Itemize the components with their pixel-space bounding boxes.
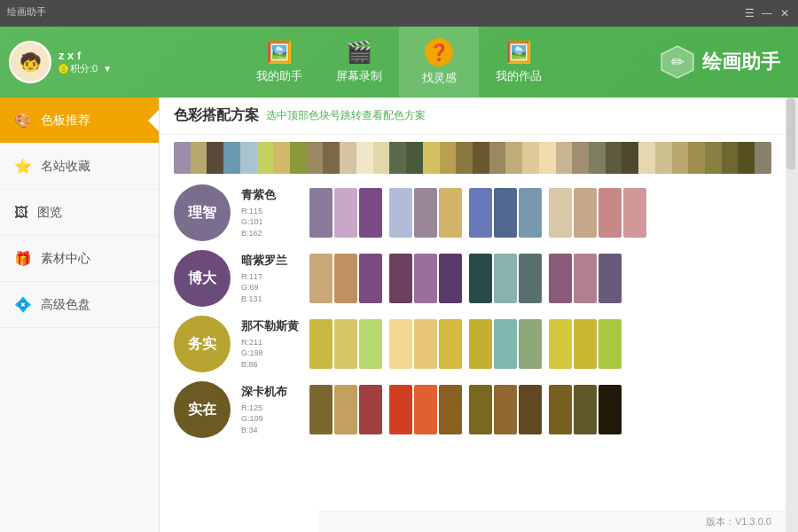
scrollbar-thumb[interactable]	[786, 98, 795, 169]
color-swatch[interactable]	[598, 254, 622, 303]
strip-color-swatch[interactable]	[589, 142, 606, 174]
strip-color-swatch[interactable]	[191, 142, 207, 174]
strip-color-swatch[interactable]	[290, 142, 307, 174]
color-swatch[interactable]	[389, 385, 412, 434]
color-swatch[interactable]	[574, 188, 597, 238]
sidebar-item-advanced-palette[interactable]: 💠 高级色盘	[0, 282, 159, 328]
strip-color-swatch[interactable]	[539, 142, 556, 174]
strip-color-swatch[interactable]	[522, 142, 539, 174]
color-swatch[interactable]	[494, 385, 517, 434]
color-swatch[interactable]	[574, 319, 597, 369]
color-swatch[interactable]	[439, 319, 462, 369]
strip-color-swatch[interactable]	[273, 142, 290, 174]
color-swatch[interactable]	[574, 254, 597, 303]
color-swatch[interactable]	[359, 254, 382, 303]
color-swatch[interactable]	[519, 385, 542, 434]
strip-color-swatch[interactable]	[755, 142, 771, 174]
strip-color-swatch[interactable]	[323, 142, 340, 174]
strip-color-swatch[interactable]	[174, 142, 191, 174]
color-swatch[interactable]	[414, 319, 437, 369]
avatar[interactable]: 🧒	[9, 41, 51, 83]
nav-my-assistant[interactable]: 🖼️ 我的助手	[239, 27, 319, 98]
color-swatch[interactable]	[519, 254, 542, 303]
color-swatch[interactable]	[334, 319, 357, 369]
color-swatch[interactable]	[334, 254, 357, 303]
color-swatch[interactable]	[549, 188, 572, 238]
color-swatch[interactable]	[469, 254, 492, 303]
dropdown-btn[interactable]: ▼	[103, 64, 112, 74]
menu-icon[interactable]: ☰	[743, 7, 755, 20]
color-swatch[interactable]	[389, 254, 412, 303]
strip-color-swatch[interactable]	[556, 142, 573, 174]
strip-color-swatch[interactable]	[722, 142, 739, 174]
color-swatch[interactable]	[623, 188, 646, 238]
strip-color-swatch[interactable]	[606, 142, 622, 174]
color-swatch[interactable]	[414, 188, 437, 238]
color-swatch[interactable]	[549, 385, 572, 434]
color-swatch[interactable]	[414, 385, 437, 434]
color-swatch[interactable]	[389, 319, 412, 369]
sidebar-item-materials[interactable]: 🎁 素材中心	[0, 236, 159, 282]
nav-my-works[interactable]: 🖼️ 我的作品	[479, 27, 559, 98]
nav-find-inspiration[interactable]: ❓ 找灵感	[399, 27, 479, 98]
color-swatch[interactable]	[309, 254, 332, 303]
color-swatch[interactable]	[494, 319, 517, 369]
color-swatch[interactable]	[439, 385, 462, 434]
color-swatch[interactable]	[549, 254, 572, 303]
strip-color-swatch[interactable]	[738, 142, 755, 174]
strip-color-swatch[interactable]	[456, 142, 473, 174]
color-swatch[interactable]	[598, 385, 622, 434]
color-swatch[interactable]	[439, 254, 462, 303]
color-swatch[interactable]	[389, 188, 412, 238]
color-swatch[interactable]	[598, 319, 622, 369]
strip-color-swatch[interactable]	[389, 142, 406, 174]
strip-color-swatch[interactable]	[473, 142, 489, 174]
color-swatch[interactable]	[494, 188, 517, 238]
strip-color-swatch[interactable]	[505, 142, 522, 174]
color-swatch[interactable]	[334, 188, 357, 238]
color-swatch[interactable]	[359, 319, 382, 369]
color-swatch[interactable]	[309, 385, 332, 434]
sidebar-item-color-palette[interactable]: 🎨 色板推荐	[0, 98, 159, 144]
strip-color-swatch[interactable]	[356, 142, 373, 174]
strip-color-swatch[interactable]	[240, 142, 257, 174]
strip-color-swatch[interactable]	[223, 142, 240, 174]
color-swatch[interactable]	[469, 188, 492, 238]
color-swatch[interactable]	[469, 385, 492, 434]
color-swatch[interactable]	[494, 254, 517, 303]
strip-color-swatch[interactable]	[340, 142, 356, 174]
color-swatch[interactable]	[519, 319, 542, 369]
color-swatch[interactable]	[309, 188, 332, 238]
color-swatch[interactable]	[549, 319, 572, 369]
strip-color-swatch[interactable]	[307, 142, 324, 174]
scrollbar-track[interactable]	[786, 98, 798, 532]
strip-color-swatch[interactable]	[207, 142, 223, 174]
close-button[interactable]: ✕	[778, 7, 791, 20]
strip-color-swatch[interactable]	[638, 142, 655, 174]
color-swatch[interactable]	[574, 385, 597, 434]
color-swatch[interactable]	[334, 385, 357, 434]
strip-color-swatch[interactable]	[257, 142, 274, 174]
color-swatch[interactable]	[469, 319, 492, 369]
color-strip[interactable]	[174, 142, 771, 174]
strip-color-swatch[interactable]	[440, 142, 457, 174]
strip-color-swatch[interactable]	[489, 142, 506, 174]
color-swatch[interactable]	[359, 385, 382, 434]
color-swatch[interactable]	[519, 188, 542, 238]
minimize-button[interactable]: —	[761, 7, 773, 20]
strip-color-swatch[interactable]	[672, 142, 689, 174]
sidebar-item-gallery[interactable]: 🖼 图览	[0, 190, 159, 236]
sidebar-item-favorites[interactable]: ⭐ 名站收藏	[0, 144, 159, 190]
color-swatch[interactable]	[309, 319, 332, 369]
nav-screen-record[interactable]: 🎬 屏幕录制	[319, 27, 399, 98]
strip-color-swatch[interactable]	[572, 142, 589, 174]
strip-color-swatch[interactable]	[373, 142, 390, 174]
strip-color-swatch[interactable]	[406, 142, 423, 174]
color-swatch[interactable]	[414, 254, 437, 303]
color-swatch[interactable]	[598, 188, 622, 238]
strip-color-swatch[interactable]	[622, 142, 638, 174]
color-swatch[interactable]	[359, 188, 382, 238]
strip-color-swatch[interactable]	[688, 142, 705, 174]
strip-color-swatch[interactable]	[655, 142, 672, 174]
strip-color-swatch[interactable]	[423, 142, 440, 174]
